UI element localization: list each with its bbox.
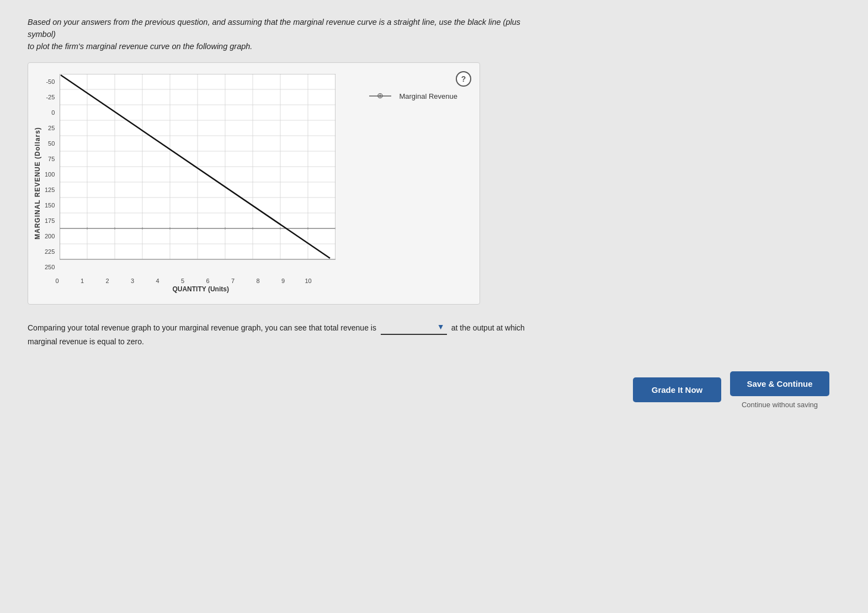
graph-area: ? ⊕ Marginal Revenue MARGINAL REVENUE (D… — [28, 62, 480, 305]
x-tick-8: 8 — [246, 278, 270, 284]
y-tick-label: 100 — [45, 167, 57, 182]
help-button[interactable]: ? — [456, 71, 471, 87]
x-tick-4: 4 — [145, 278, 170, 284]
x-tick-6: 6 — [195, 278, 220, 284]
instructions: Based on your answers from the previous … — [28, 17, 524, 52]
y-tick-label: -50 — [45, 74, 57, 89]
dropdown-arrow-icon: ▼ — [437, 320, 445, 334]
x-tick-7: 7 — [221, 278, 246, 284]
y-tick-label: 250 — [45, 259, 57, 275]
y-ticks: 2502252001751501251007550250-25-50 — [45, 74, 57, 276]
y-tick-label: 0 — [45, 105, 57, 120]
y-tick-label: 25 — [45, 120, 57, 136]
dropdown-container[interactable]: maximized minimized zero increasing decr… — [381, 320, 447, 335]
save-continue-button[interactable]: Save & Continue — [730, 371, 829, 396]
buttons-row: Grade It Now Save & Continue Continue wi… — [28, 371, 840, 409]
svg-text:⊕: ⊕ — [377, 91, 384, 100]
y-axis-label: MARGINAL REVENUE (Dollars) — [34, 74, 41, 293]
bottom-section: Comparing your total revenue graph to yo… — [28, 320, 840, 349]
x-tick-10: 10 — [296, 278, 321, 284]
legend-label: Marginal Revenue — [399, 92, 457, 100]
legend-area: ⊕ Marginal Revenue — [367, 90, 457, 104]
x-tick-1: 1 — [70, 278, 95, 284]
page-container: Based on your answers from the previous … — [0, 0, 868, 425]
y-tick-label: 50 — [45, 136, 57, 151]
chart-with-yaxis: 2502252001751501251007550250-25-50 — [45, 74, 336, 276]
y-tick-label: 200 — [45, 228, 57, 244]
grade-button[interactable]: Grade It Now — [633, 377, 721, 402]
y-tick-label: 125 — [45, 182, 57, 198]
y-tick-label: -25 — [45, 89, 57, 105]
y-tick-label: 225 — [45, 244, 57, 259]
question-text-after: at the output at which — [451, 323, 525, 332]
save-button-col: Save & Continue Continue without saving — [730, 371, 829, 409]
legend-line-svg: ⊕ — [367, 90, 393, 102]
x-axis-label: QUANTITY (Units) — [66, 285, 336, 293]
x-tick-2: 2 — [95, 278, 120, 284]
legend-line: ⊕ — [367, 90, 393, 102]
chart-wrap: 2502252001751501251007550250-25-50 — [45, 74, 336, 293]
y-tick-label: 150 — [45, 198, 57, 213]
grade-button-col: Grade It Now — [633, 377, 721, 402]
continue-without-saving-link[interactable]: Continue without saving — [742, 401, 818, 409]
x-tick-labels: 0 1 2 3 4 5 6 7 8 9 10 — [45, 278, 321, 284]
question-text-before: Comparing your total revenue graph to yo… — [28, 323, 376, 332]
x-tick-0: 0 — [45, 278, 70, 284]
question-text-line2: marginal revenue is equal to zero. — [28, 337, 144, 346]
x-tick-5: 5 — [171, 278, 195, 284]
x-tick-9: 9 — [271, 278, 296, 284]
y-tick-label: 75 — [45, 151, 57, 167]
total-revenue-dropdown[interactable]: maximized minimized zero increasing decr… — [381, 323, 436, 332]
legend-item-mr: ⊕ Marginal Revenue — [367, 90, 457, 102]
chart-svg[interactable] — [60, 74, 336, 275]
graph-inner: MARGINAL REVENUE (Dollars) 2502252001751… — [34, 74, 468, 293]
x-tick-3: 3 — [120, 278, 145, 284]
y-tick-label: 175 — [45, 213, 57, 228]
